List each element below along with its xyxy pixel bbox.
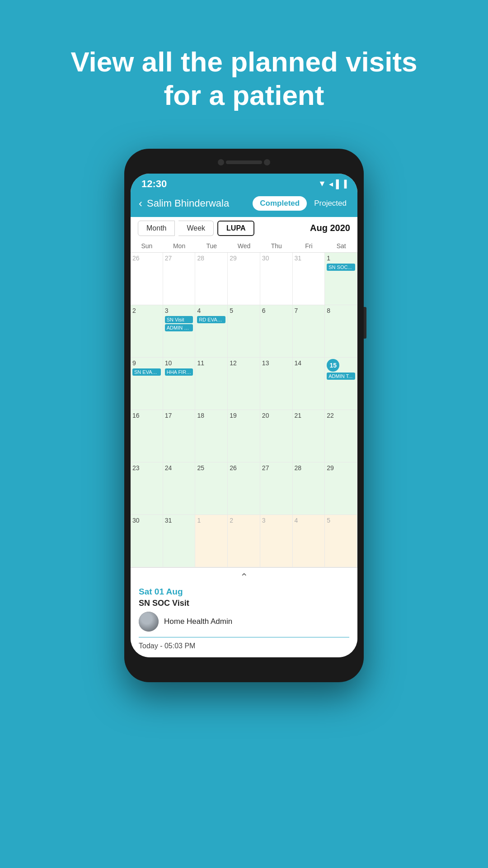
calendar-cell[interactable]: 2 [228,515,260,567]
event-chip[interactable]: ADMIN R... [165,324,193,331]
avatar-image [139,612,159,632]
calendar-cell[interactable]: 5 [325,515,357,567]
divider [139,637,349,637]
calendar-cell[interactable]: 21 [293,410,325,462]
calendar-cell[interactable]: 3 [260,515,293,567]
day-name: Thu [260,240,293,252]
event-chip[interactable]: HHA FIRS... [165,368,193,376]
app-header: ‹ Salim Bhinderwala Completed Projected [131,193,357,217]
day-name: Wed [228,240,260,252]
calendar-cell[interactable]: 4 [293,515,325,567]
week-button[interactable]: Week [178,221,214,236]
patient-name: Salim Bhinderwala [147,198,248,209]
hero-line2: for a patient [164,80,324,111]
calendar-cell[interactable]: 31 [293,253,325,305]
calendar-cell[interactable]: 26 [228,462,260,515]
calendar-cell[interactable]: 12 [228,358,260,410]
month-year-label: Aug 2020 [310,223,350,233]
calendar-cell[interactable]: 16 [131,410,163,462]
calendar-cell[interactable]: 1SN SOC... [325,253,357,305]
status-icons: ▼ ◂▐ ▐ [318,179,347,189]
calendar-cell[interactable]: 23 [131,462,163,515]
phone-screen: 12:30 ▼ ◂▐ ▐ ‹ Salim Bhinderwala Complet… [131,174,357,657]
event-chip[interactable]: ADMIN T... [327,373,355,380]
calendar-cell[interactable]: 27 [260,462,293,515]
phone-body: 12:30 ▼ ◂▐ ▐ ‹ Salim Bhinderwala Complet… [124,149,364,682]
event-chip[interactable]: SN Visit [165,316,193,323]
status-bar: 12:30 ▼ ◂▐ ▐ [131,174,357,193]
calendar-grid: 2627282930311SN SOC...23SN VisitADMIN R.… [131,253,357,567]
calendar-cell[interactable]: 9SN EVAL... [131,358,163,410]
event-chip[interactable]: RD EVAL... [197,316,225,323]
calendar-cell[interactable]: 4RD EVAL... [195,305,228,358]
calendar-cell[interactable]: 15ADMIN T... [325,358,357,410]
calendar-cell[interactable]: 7 [293,305,325,358]
calendar-cell[interactable]: 17 [163,410,196,462]
status-time: 12:30 [141,178,167,190]
bottom-panel: ⌃ Sat 01 Aug SN SOC Visit Home Health Ad… [131,567,357,657]
calendar-cell[interactable]: 20 [260,410,293,462]
wifi-icon: ▼ [318,179,326,189]
calendar-header: SunMonTueWedThuFriSat [131,240,357,253]
tab-completed[interactable]: Completed [253,196,307,211]
hero-text: View all the planned visits for a patien… [34,45,453,113]
power-button [364,307,366,339]
camera-dot2 [264,159,270,165]
calendar-cell[interactable]: 10HHA FIRS... [163,358,196,410]
day-name: Fri [293,240,325,252]
calendar-cell[interactable]: 3SN VisitADMIN R... [163,305,196,358]
calendar-cell[interactable]: 28 [195,253,228,305]
back-button[interactable]: ‹ [139,197,142,210]
visit-title: SN SOC Visit [139,599,349,608]
lupa-button[interactable]: LUPA [217,221,254,236]
month-button[interactable]: Month [138,221,175,236]
hero-line1: View all the planned visits [70,46,417,77]
camera-dot [218,159,224,165]
calendar-cell[interactable]: 26 [131,253,163,305]
calendar-cell[interactable]: 30 [260,253,293,305]
visit-provider: Home Health Admin [139,612,349,632]
battery-icon: ▐ [342,180,347,188]
calendar-cell[interactable]: 11 [195,358,228,410]
calendar-cell[interactable]: 24 [163,462,196,515]
visit-timestamp: Today - 05:03 PM [139,642,349,650]
tab-projected[interactable]: Projected [311,197,349,210]
calendar-area: SunMonTueWedThuFriSat 2627282930311SN SO… [131,240,357,567]
calendar-cell[interactable]: 6 [260,305,293,358]
calendar-cell[interactable]: 25 [195,462,228,515]
calendar-cell[interactable]: 2 [131,305,163,358]
calendar-cell[interactable]: 30 [131,515,163,567]
view-toggle-row: Month Week LUPA Aug 2020 [131,217,357,240]
calendar-cell[interactable]: 22 [325,410,357,462]
visit-date: Sat 01 Aug [139,587,349,597]
day-name: Sat [325,240,357,252]
calendar-cell[interactable]: 28 [293,462,325,515]
calendar-cell[interactable]: 14 [293,358,325,410]
day-name: Mon [163,240,196,252]
calendar-cell[interactable]: 1 [195,515,228,567]
day-name: Sun [131,240,163,252]
speaker-bar [226,160,262,164]
calendar-cell[interactable]: 31 [163,515,196,567]
phone-frame: 12:30 ▼ ◂▐ ▐ ‹ Salim Bhinderwala Complet… [124,149,364,682]
calendar-cell[interactable]: 27 [163,253,196,305]
calendar-cell[interactable]: 13 [260,358,293,410]
calendar-cell[interactable]: 18 [195,410,228,462]
provider-avatar [139,612,159,632]
event-chip[interactable]: SN SOC... [327,264,355,271]
day-name: Tue [195,240,228,252]
signal-icon: ◂▐ [329,179,339,189]
calendar-cell[interactable]: 5 [228,305,260,358]
chevron-up-icon[interactable]: ⌃ [139,568,349,587]
calendar-cell[interactable]: 29 [325,462,357,515]
phone-top-bar [124,149,364,176]
calendar-cell[interactable]: 29 [228,253,260,305]
calendar-cell[interactable]: 19 [228,410,260,462]
provider-name: Home Health Admin [164,617,232,626]
calendar-cell[interactable]: 8 [325,305,357,358]
event-chip[interactable]: SN EVAL... [132,368,161,376]
